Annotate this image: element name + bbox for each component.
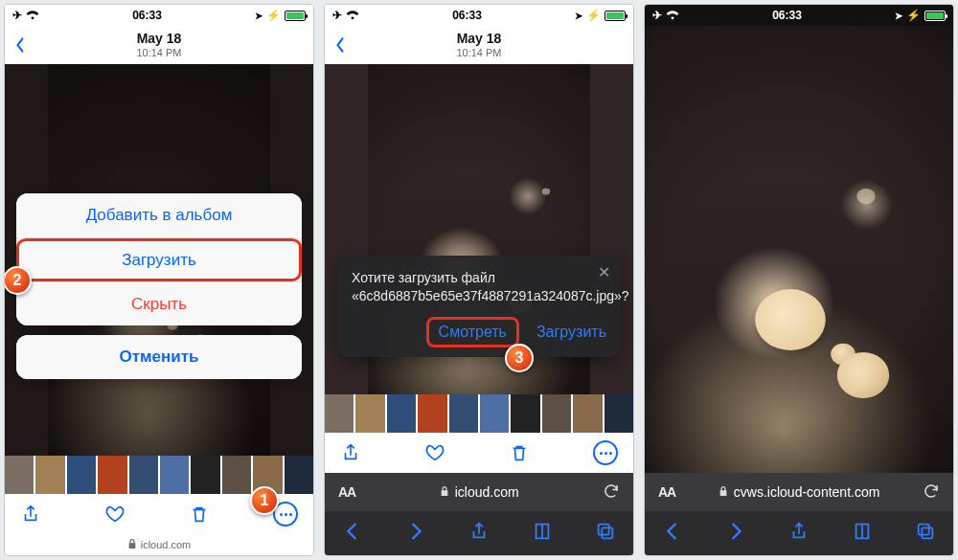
step-badge-3: 3 [505,344,534,372]
photo-preview: Добавить в альбом Загрузить Скрыть Отмен… [5,64,313,456]
safari-toolbar [325,511,633,555]
status-time: 06:33 [132,9,162,22]
location-icon: ➤ [895,11,902,21]
airplane-mode-icon: ✈ [332,9,342,22]
bookmarks-icon[interactable] [852,521,873,546]
charging-icon: ⚡ [906,9,921,22]
lock-icon [440,484,449,500]
svg-rect-0 [599,525,609,535]
text-size-button[interactable]: AA [658,484,675,500]
prompt-message: Хотите загрузить файл «6c8d6887b5e65e37f… [352,269,606,305]
charging-icon: ⚡ [586,9,601,22]
screenshot-panel-1: ✈ 06:33 ➤ ⚡ May 18 10:14 PM Добавить в а… [4,4,314,556]
action-sheet: Добавить в альбом Загрузить Скрыть Отмен… [16,193,302,389]
more-button[interactable] [593,440,618,465]
address-text: icloud.com [455,484,519,500]
status-bar: ✈ 06:33 ➤ ⚡ [5,5,313,26]
svg-rect-3 [922,527,932,538]
location-icon: ➤ [575,11,582,21]
airplane-mode-icon: ✈ [12,9,22,22]
nav-forward-icon[interactable] [405,521,426,546]
sheet-hide[interactable]: Скрыть [16,281,302,325]
charging-icon: ⚡ [266,9,281,22]
wifi-icon [346,11,359,20]
battery-icon [924,11,946,21]
thumbnail-strip[interactable] [325,394,633,433]
svg-rect-1 [602,527,612,538]
svg-rect-2 [919,525,929,535]
safari-address-bar[interactable]: AA icloud.com [325,473,633,511]
photo-nav-bar: May 18 10:14 PM [325,26,633,64]
battery-icon [604,11,626,21]
nav-back-icon[interactable] [342,521,363,546]
screenshot-panel-2: ✈ 06:33 ➤ ⚡ May 18 10:14 PM ✕ Хотите заг… [324,4,634,556]
back-button[interactable] [14,35,26,55]
photo-fullscreen[interactable] [645,26,953,473]
share-icon[interactable] [20,504,41,525]
wifi-icon [666,11,679,20]
photo-nav-bar: May 18 10:14 PM [5,26,313,64]
download-prompt: ✕ Хотите загрузить файл «6c8d6887b5e65e3… [338,256,620,357]
step-badge-1: 1 [250,486,279,515]
safari-toolbar [645,511,953,555]
nav-back-icon[interactable] [662,521,683,546]
text-size-button[interactable]: AA [338,484,355,500]
back-button[interactable] [334,35,346,55]
status-time: 06:33 [772,9,802,22]
prompt-view-button[interactable]: Смотреть [426,317,519,347]
status-bar: ✈ 06:33 ➤ ⚡ [325,5,633,26]
screenshot-panel-3: ✈ 06:33 ➤ ⚡ AA cvws.icloud-content.com [644,4,954,556]
wifi-icon [26,11,39,20]
bookmarks-icon[interactable] [532,521,553,546]
favorite-icon[interactable] [104,504,125,525]
nav-subtitle: 10:14 PM [136,47,181,58]
address-mini: icloud.com [5,534,313,555]
location-icon: ➤ [255,11,262,21]
airplane-mode-icon: ✈ [652,9,662,22]
prompt-download-button[interactable]: Загрузить [536,324,606,341]
photo-preview: ✕ Хотите загрузить файл «6c8d6887b5e65e3… [325,64,633,394]
nav-subtitle: 10:14 PM [456,47,501,58]
photo-toolbar [325,433,633,473]
address-text: cvws.icloud-content.com [734,484,880,500]
share-icon[interactable] [340,442,361,463]
battery-icon [285,11,306,21]
sheet-add-to-album[interactable]: Добавить в альбом [16,193,302,237]
tabs-icon[interactable] [595,521,616,546]
tabs-icon[interactable] [915,521,936,546]
share-icon[interactable] [468,521,490,546]
sheet-download[interactable]: Загрузить [16,237,302,281]
reload-icon[interactable] [603,482,620,503]
address-text: icloud.com [141,539,192,550]
trash-icon[interactable] [509,442,530,463]
trash-icon[interactable] [189,504,210,525]
status-bar: ✈ 06:33 ➤ ⚡ [645,5,953,26]
safari-address-bar[interactable]: AA cvws.icloud-content.com [645,473,953,511]
close-icon[interactable]: ✕ [598,263,610,281]
lock-icon [127,538,137,551]
favorite-icon[interactable] [424,442,445,463]
nav-title: May 18 [136,32,181,46]
reload-icon[interactable] [923,482,940,503]
share-icon[interactable] [788,521,810,546]
lock-icon [718,484,728,500]
sheet-cancel[interactable]: Отменить [16,335,302,379]
nav-title: May 18 [456,32,501,46]
photo-toolbar: 1 [5,494,313,534]
nav-forward-icon[interactable] [725,521,746,546]
status-time: 06:33 [452,9,482,22]
